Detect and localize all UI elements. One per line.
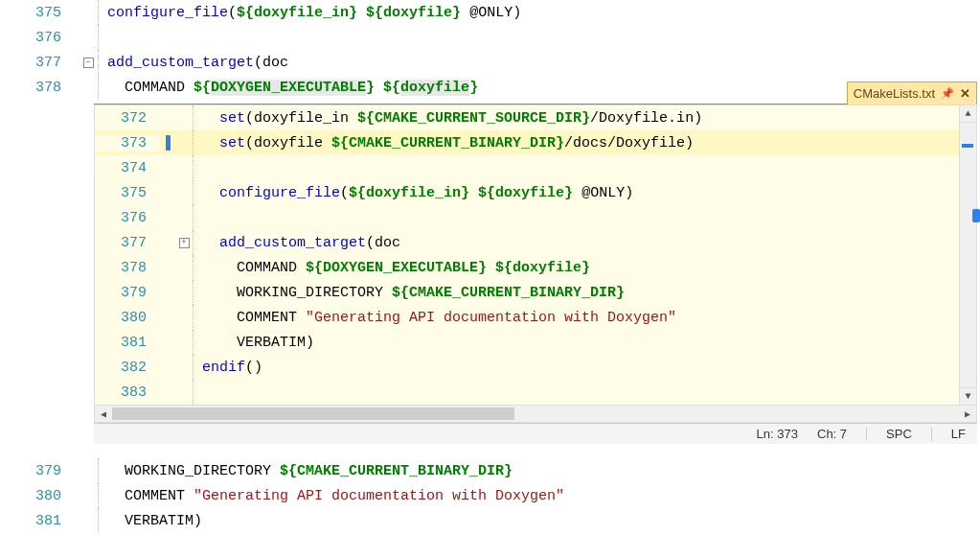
vertical-scrollbar[interactable]: ▲ ▼	[959, 105, 976, 405]
line-number: 373	[95, 135, 160, 151]
status-line: Ln: 373	[757, 427, 798, 441]
line-number: 381	[0, 513, 79, 529]
inner-code-line[interactable]: 378 COMMAND ${DOXYGEN_EXECUTABLE} ${doxy…	[95, 255, 976, 280]
line-number: 375	[0, 5, 79, 21]
scroll-left-icon[interactable]: ◀	[95, 408, 112, 420]
code-text[interactable]: COMMENT "Generating API documentation wi…	[202, 310, 676, 326]
line-number: 380	[0, 488, 79, 504]
inner-code-line[interactable]: 383	[95, 380, 976, 405]
line-number: 372	[95, 110, 160, 127]
inner-editor-body[interactable]: 372 set(doxyfile_in ${CMAKE_CURRENT_SOUR…	[94, 105, 977, 423]
status-col: Ch: 7	[817, 427, 847, 441]
inner-code-line[interactable]: 374	[95, 155, 976, 180]
line-number: 383	[95, 384, 160, 401]
status-indent[interactable]: SPC	[886, 427, 912, 441]
scrollbar-thumb[interactable]	[112, 407, 514, 420]
inner-code-line[interactable]: 382endif()	[95, 355, 976, 380]
inner-editor-tab[interactable]: CMakeLists.txt 📌 ✕	[847, 81, 977, 105]
outer-editor[interactable]: 375configure_file(${doxyfile_in} ${doxyf…	[0, 0, 980, 535]
inner-code-line[interactable]: 379 WORKING_DIRECTORY ${CMAKE_CURRENT_BI…	[95, 280, 976, 305]
code-text[interactable]: COMMAND ${DOXYGEN_EXECUTABLE} ${doxyfile…	[202, 260, 590, 276]
inner-code-line[interactable]: 373 set(doxyfile ${CMAKE_CURRENT_BINARY_…	[95, 130, 976, 155]
code-text[interactable]: endif()	[202, 360, 262, 376]
status-eol[interactable]: LF	[951, 427, 966, 441]
scroll-down-icon[interactable]: ▼	[960, 387, 976, 405]
scrollbar-caret-marker	[972, 209, 980, 222]
change-marker	[160, 135, 175, 151]
scrollbar-track[interactable]	[112, 406, 959, 422]
inner-code-line[interactable]: 376	[95, 205, 976, 230]
inner-code-line[interactable]: 377+ add_custom_target(doc	[95, 230, 976, 255]
tab-title: CMakeLists.txt	[854, 86, 935, 101]
code-text[interactable]: configure_file(${doxyfile_in} ${doxyfile…	[107, 5, 521, 21]
code-text[interactable]: COMMAND ${DOXYGEN_EXECUTABLE} ${doxyfile…	[107, 80, 478, 96]
code-text[interactable]: set(doxyfile ${CMAKE_CURRENT_BINARY_DIR}…	[202, 135, 694, 151]
scroll-right-icon[interactable]: ▶	[959, 408, 976, 420]
inner-code-line[interactable]: 380 COMMENT "Generating API documentatio…	[95, 305, 976, 330]
code-text[interactable]: configure_file(${doxyfile_in} ${doxyfile…	[202, 185, 633, 201]
outer-code-line[interactable]: 379 WORKING_DIRECTORY ${CMAKE_CURRENT_BI…	[0, 458, 980, 483]
line-number: 380	[95, 310, 160, 326]
outer-code-line[interactable]: 380 COMMENT "Generating API documentatio…	[0, 483, 980, 508]
line-number: 378	[0, 80, 79, 96]
code-text[interactable]: COMMENT "Generating API documentation wi…	[107, 488, 564, 504]
line-number: 376	[95, 210, 160, 226]
close-icon[interactable]: ✕	[960, 86, 970, 101]
outer-code-line[interactable]: 376	[0, 25, 980, 50]
inner-code-line[interactable]: 381 VERBATIM)	[95, 330, 976, 355]
fold-toggle[interactable]: +	[175, 238, 193, 248]
horizontal-scrollbar[interactable]: ◀ ▶	[95, 405, 976, 422]
scrollbar-marker	[962, 144, 973, 148]
outer-code-line[interactable]: 377−add_custom_target(doc	[0, 50, 980, 75]
code-text[interactable]: VERBATIM)	[107, 513, 202, 529]
outer-code-line[interactable]: 375configure_file(${doxyfile_in} ${doxyf…	[0, 0, 980, 25]
code-text[interactable]: WORKING_DIRECTORY ${CMAKE_CURRENT_BINARY…	[107, 463, 513, 479]
code-text[interactable]: set(doxyfile_in ${CMAKE_CURRENT_SOURCE_D…	[202, 110, 702, 127]
line-number: 379	[0, 463, 79, 479]
code-text[interactable]: add_custom_target(doc	[107, 55, 288, 71]
line-number: 374	[95, 160, 160, 176]
pin-icon[interactable]: 📌	[941, 87, 954, 100]
code-text[interactable]: WORKING_DIRECTORY ${CMAKE_CURRENT_BINARY…	[202, 285, 625, 301]
fold-toggle[interactable]: −	[79, 58, 98, 68]
outer-code-line[interactable]: 381 VERBATIM)	[0, 508, 980, 533]
line-number: 379	[95, 285, 160, 301]
code-text[interactable]: VERBATIM)	[202, 335, 314, 351]
line-number: 375	[95, 185, 160, 201]
code-text[interactable]: add_custom_target(doc	[202, 235, 400, 251]
line-number: 382	[95, 360, 160, 376]
line-number: 377	[0, 55, 79, 71]
line-number: 377	[95, 235, 160, 251]
inner-editor-window: CMakeLists.txt 📌 ✕ 372 set(doxyfile_in $…	[94, 104, 977, 444]
line-number: 378	[95, 260, 160, 276]
status-bar: Ln: 373 Ch: 7 SPC LF	[94, 423, 977, 444]
line-number: 376	[0, 30, 79, 46]
inner-code-line[interactable]: 372 set(doxyfile_in ${CMAKE_CURRENT_SOUR…	[95, 105, 976, 130]
inner-code-line[interactable]: 375 configure_file(${doxyfile_in} ${doxy…	[95, 180, 976, 205]
line-number: 381	[95, 335, 160, 351]
outer-code-line[interactable]: 378 COMMAND ${DOXYGEN_EXECUTABLE} ${doxy…	[0, 75, 980, 100]
scroll-up-icon[interactable]: ▲	[960, 105, 976, 123]
